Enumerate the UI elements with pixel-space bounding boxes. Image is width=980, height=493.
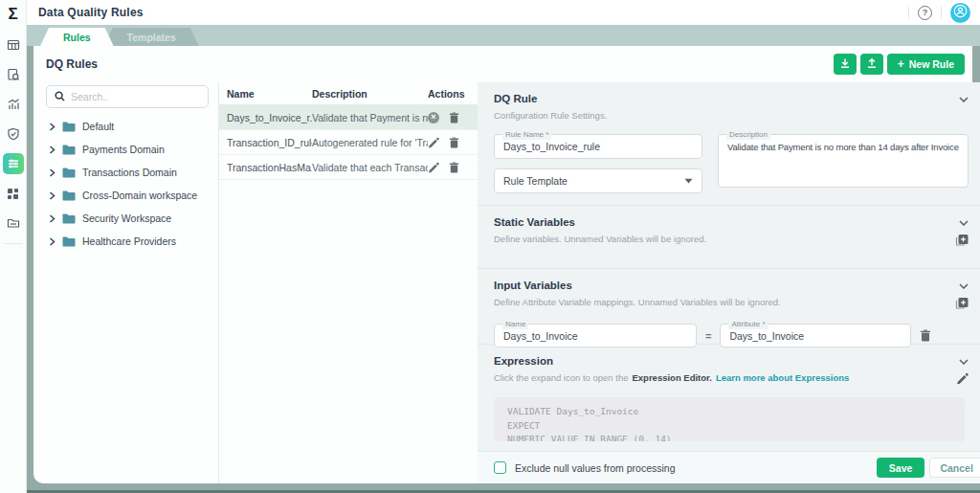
expand-expression-editor-button[interactable] [956, 372, 969, 388]
exclude-null-label: Exclude null values from processing [515, 462, 676, 474]
dropdown-arrow-icon [684, 178, 693, 184]
variable-name-field[interactable]: Name Days_to_Invoice [494, 324, 697, 347]
app-header: Data Quality Rules ? [27, 0, 980, 25]
chevron-right-icon[interactable] [49, 146, 56, 154]
sidebar-item-apps[interactable] [3, 183, 24, 204]
section-expression: Expression Click the expand icon to open… [478, 345, 980, 451]
tree-item-cross-domain-workspace[interactable]: Cross-Domain workspace [46, 184, 209, 207]
delete-variable-icon[interactable] [920, 329, 931, 342]
save-button[interactable]: Save [877, 458, 925, 478]
exclude-null-checkbox[interactable] [494, 461, 506, 474]
collapse-section-button[interactable] [959, 91, 969, 105]
variable-attribute-field[interactable]: Attribute * Days_to_Invoice [720, 324, 911, 347]
delete-icon[interactable] [449, 162, 459, 173]
plus-icon: + [898, 58, 904, 70]
cancel-button[interactable]: Cancel [929, 458, 980, 478]
shield-check-icon [7, 127, 20, 141]
edit-icon[interactable] [428, 137, 439, 148]
delete-icon[interactable] [449, 112, 459, 123]
sidebar-item-data-explorer[interactable] [3, 64, 24, 85]
tree-item-label: Healthcare Providers [82, 235, 176, 247]
collapse-section-button[interactable] [959, 214, 969, 229]
folder-icon [62, 190, 76, 201]
download-icon [839, 57, 851, 72]
sidebar-item-quality-shield[interactable] [3, 123, 24, 145]
chevron-right-icon[interactable] [49, 191, 56, 200]
chart-icon [7, 98, 20, 111]
header-divider [908, 7, 909, 19]
code-line: NUMERIC_VALUE IN_RANGE (0, 14) [507, 433, 951, 441]
learn-more-link[interactable]: Learn more about Expressions [716, 372, 849, 383]
collapse-section-button[interactable] [959, 278, 969, 292]
description-value: Validate that Payment is no more than 14… [719, 135, 968, 187]
rule-name-field[interactable]: Rule Name * Days_to_Invoice_rule [494, 134, 702, 159]
folder-tree: Default Payments Domain Transactions Dom… [46, 115, 209, 253]
rule-description-field[interactable]: Description Validate that Payment is no … [718, 134, 969, 188]
chevron-right-icon[interactable] [49, 123, 56, 131]
add-box-icon [955, 234, 969, 250]
upload-rules-button[interactable] [860, 54, 883, 75]
rule-name-cell: TransactionHasMa... [227, 162, 312, 173]
rule-name-label: Rule Name * [502, 130, 551, 140]
cancel-edit-icon[interactable]: × [428, 112, 439, 123]
expression-code-block[interactable]: VALIDATE Days_to_Invoice EXPECT NUMERIC_… [494, 397, 965, 441]
tree-item-payments-domain[interactable]: Payments Domain [46, 138, 209, 161]
main-card: DQ Rules + New Rule [33, 46, 972, 483]
column-header-name: Name [227, 88, 312, 100]
tab-templates[interactable]: Templates [104, 28, 199, 46]
sidebar-item-catalog[interactable] [3, 213, 24, 234]
tree-item-label: Default [82, 121, 114, 132]
edit-pencil-icon [956, 372, 969, 388]
delete-icon[interactable] [449, 137, 459, 148]
chevron-down-icon [959, 353, 969, 368]
table-row[interactable]: TransactionHasMa... Validate that each T… [219, 155, 478, 180]
table-row[interactable]: Days_to_Invoice_r... Validate that Payme… [219, 105, 478, 130]
tree-item-label: Security Workspace [82, 213, 171, 224]
folder-icon [62, 236, 76, 247]
collapse-section-button[interactable] [959, 353, 969, 368]
header-divider [941, 7, 942, 19]
user-avatar[interactable] [950, 3, 970, 23]
upload-icon [866, 57, 878, 72]
section-title: Expression [494, 355, 553, 367]
sidebar-divider [4, 243, 23, 244]
section-title: Static Variables [494, 216, 575, 228]
table-icon [7, 38, 20, 52]
tree-item-transactions-domain[interactable]: Transactions Domain [46, 161, 209, 184]
chevron-right-icon[interactable] [49, 237, 56, 246]
expression-editor-label: Expression Editor. [632, 372, 711, 383]
new-rule-button[interactable]: + New Rule [887, 54, 965, 75]
rule-detail-panel: DQ Rule Configuration Rule Settings. Rul… [478, 82, 980, 483]
download-rules-button[interactable] [834, 54, 857, 75]
tab-rules[interactable]: Rules [40, 28, 114, 46]
sidebar-item-analytics[interactable] [3, 94, 24, 115]
column-header-actions: Actions [428, 88, 468, 100]
tree-search [46, 85, 209, 108]
section-subtitle: Define Attribute Variable mappings. Unna… [494, 297, 781, 307]
tree-item-security-workspace[interactable]: Security Workspace [46, 207, 209, 230]
sigma-logo-icon: Σ [0, 0, 26, 29]
section-subtitle: Define variables. Unnamed Variables will… [494, 234, 706, 244]
sidebar-item-dq-rules[interactable] [3, 153, 24, 174]
rule-template-select[interactable]: Rule Template [494, 168, 702, 193]
edit-icon[interactable] [428, 162, 439, 173]
equals-sign: = [705, 330, 711, 342]
tree-item-default[interactable]: Default [46, 115, 209, 138]
sidebar-item-tables[interactable] [3, 34, 24, 56]
chevron-right-icon[interactable] [49, 168, 56, 177]
table-row[interactable]: Transaction_ID_rule Autogenerated rule f… [219, 130, 478, 155]
folder-icon [62, 213, 76, 224]
sliders-icon [7, 157, 20, 170]
section-title: DQ Rule [494, 93, 537, 104]
rules-table: Name Description Actions Days_to_Invoice… [219, 82, 478, 483]
chevron-right-icon[interactable] [49, 214, 56, 223]
tree-item-healthcare-providers[interactable]: Healthcare Providers [46, 230, 209, 253]
section-title: Input Variables [494, 280, 572, 291]
add-static-variable-button[interactable] [955, 234, 969, 250]
search-input[interactable] [71, 91, 200, 102]
add-input-variable-button[interactable] [955, 297, 969, 313]
help-icon[interactable]: ? [918, 6, 932, 20]
rule-name-cell: Transaction_ID_rule [227, 137, 312, 148]
section-subtitle: Configuration Rule Settings. [494, 110, 969, 121]
section-input-variables: Input Variables Define Attribute Variabl… [478, 269, 980, 345]
